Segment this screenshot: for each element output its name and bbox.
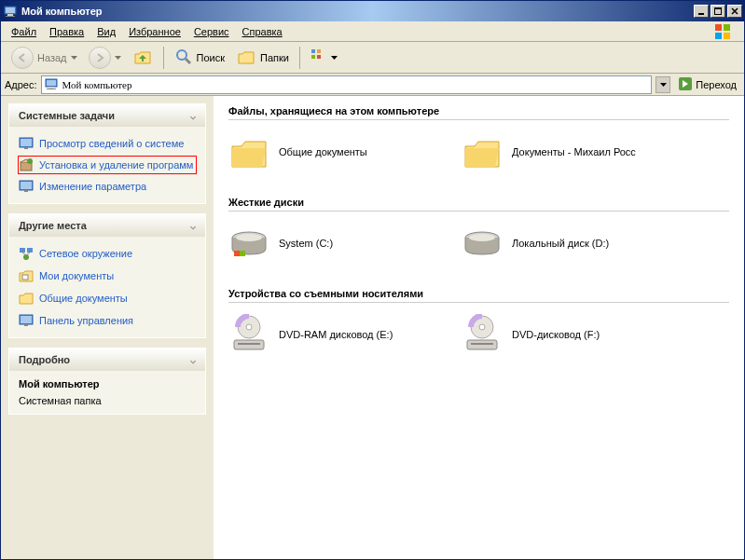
svg-rect-1 <box>6 7 15 13</box>
minimize-button[interactable] <box>694 5 709 18</box>
window-controls <box>694 5 742 18</box>
go-button[interactable]: Переход <box>674 75 740 95</box>
main-content: Файлы, хранящиеся на этом компьютере Общ… <box>214 96 744 559</box>
optical-drive-icon <box>228 314 269 355</box>
menu-view[interactable]: Вид <box>90 24 122 39</box>
back-button[interactable]: Назад <box>7 44 82 72</box>
address-dropdown-button[interactable] <box>655 76 670 93</box>
svg-point-11 <box>177 50 186 60</box>
svg-rect-23 <box>24 147 28 149</box>
svg-rect-19 <box>47 89 56 89</box>
package-icon <box>19 157 34 172</box>
svg-rect-10 <box>724 33 730 39</box>
group-header-disks: Жесткие диски <box>228 197 729 212</box>
hard-drive-icon <box>228 223 269 264</box>
svg-rect-8 <box>724 24 730 31</box>
task-add-remove-programs[interactable]: Установка и удаление программ <box>18 156 197 174</box>
group-header-removable: Устройства со съемными носителями <box>228 288 729 303</box>
item-dvd-f[interactable]: DVD-дисковод (F:) <box>462 314 667 355</box>
svg-point-41 <box>469 234 495 241</box>
svg-rect-3 <box>6 16 15 17</box>
address-input-container[interactable] <box>41 75 653 94</box>
group-header-files: Файлы, хранящиеся на этом компьютере <box>228 105 729 120</box>
monitor-info-icon <box>19 136 34 151</box>
addressbar: Адрес: Переход <box>1 74 744 96</box>
svg-rect-28 <box>24 190 28 192</box>
monitor-gear-icon <box>19 179 34 194</box>
svg-rect-12 <box>311 49 315 53</box>
menu-favorites[interactable]: Избранное <box>122 24 187 39</box>
link-shared-documents[interactable]: Общие документы <box>19 289 196 307</box>
toolbar-separator <box>163 47 164 69</box>
toolbar-separator <box>299 47 300 69</box>
panel-header-details[interactable]: Подробно ⌵ <box>9 348 205 371</box>
task-change-setting[interactable]: Изменение параметра <box>19 177 196 196</box>
folder-shared-icon <box>19 291 34 306</box>
chevron-down-icon <box>71 56 77 60</box>
collapse-icon: ⌵ <box>190 111 196 121</box>
search-icon <box>174 48 193 68</box>
go-icon <box>678 76 693 93</box>
svg-rect-34 <box>21 316 32 323</box>
menu-file[interactable]: Файл <box>5 24 43 39</box>
forward-button[interactable] <box>84 44 126 72</box>
search-button[interactable]: Поиск <box>170 45 229 71</box>
views-button[interactable] <box>306 46 342 70</box>
address-label: Адрес: <box>5 79 37 90</box>
titlebar: Мой компьютер <box>1 1 744 21</box>
link-network-places[interactable]: Сетевое окружение <box>19 244 196 263</box>
svg-rect-6 <box>714 7 722 9</box>
folder-icon <box>462 131 503 172</box>
close-button[interactable] <box>727 5 742 18</box>
address-input[interactable] <box>62 79 650 90</box>
svg-rect-45 <box>238 343 260 345</box>
hard-drive-icon <box>462 223 503 264</box>
svg-rect-4 <box>698 13 704 15</box>
item-drive-d[interactable]: Локальный диск (D:) <box>462 223 667 264</box>
network-icon <box>19 246 34 261</box>
svg-rect-32 <box>22 275 28 280</box>
svg-rect-27 <box>21 182 32 189</box>
menu-edit[interactable]: Правка <box>43 24 90 39</box>
panel-system-tasks: Системные задачи ⌵ Просмотр сведений о с… <box>8 103 206 204</box>
collapse-icon: ⌵ <box>190 221 196 231</box>
item-shared-documents[interactable]: Общие документы <box>228 131 434 172</box>
task-view-system-info[interactable]: Просмотр сведений о системе <box>19 134 196 153</box>
item-drive-c[interactable]: System (C:) <box>228 223 434 264</box>
svg-rect-35 <box>24 324 28 326</box>
svg-rect-30 <box>27 248 33 253</box>
item-user-documents[interactable]: Документы - Михаил Росс <box>462 131 667 172</box>
folders-icon <box>236 47 256 69</box>
maximize-button[interactable] <box>711 5 725 18</box>
folder-up-icon <box>132 47 153 69</box>
toolbar: Назад Поиск Папки <box>1 42 744 74</box>
chevron-down-icon <box>331 56 338 60</box>
windows-logo-icon <box>705 23 740 40</box>
svg-rect-17 <box>47 80 56 86</box>
menu-service[interactable]: Сервис <box>187 24 236 39</box>
menu-help[interactable]: Справка <box>236 24 289 39</box>
svg-rect-29 <box>20 248 25 253</box>
my-computer-icon <box>44 76 59 93</box>
menubar: Файл Правка Вид Избранное Сервис Справка <box>1 21 744 42</box>
svg-rect-9 <box>715 33 722 39</box>
link-my-documents[interactable]: Мои документы <box>19 266 196 285</box>
svg-rect-13 <box>317 49 321 53</box>
sidebar: Системные задачи ⌵ Просмотр сведений о с… <box>1 96 214 559</box>
link-control-panel[interactable]: Панель управления <box>19 311 196 330</box>
forward-icon <box>89 47 111 69</box>
svg-rect-39 <box>240 251 245 256</box>
my-computer-icon <box>3 4 18 19</box>
svg-rect-14 <box>311 55 315 59</box>
panel-details: Подробно ⌵ Мой компьютер Системная папка <box>8 348 206 415</box>
panel-header-other[interactable]: Другие места ⌵ <box>9 214 205 237</box>
folder-documents-icon <box>19 268 34 283</box>
panel-header-system[interactable]: Системные задачи ⌵ <box>9 104 205 127</box>
item-dvd-ram-e[interactable]: DVD-RAM дисковод (E:) <box>228 314 434 355</box>
folders-button[interactable]: Папки <box>231 44 294 72</box>
svg-rect-2 <box>7 14 13 16</box>
up-button[interactable] <box>128 44 158 72</box>
panel-other-places: Другие места ⌵ Сетевое окружение Мои док… <box>8 213 206 338</box>
svg-rect-18 <box>48 87 54 89</box>
svg-rect-38 <box>234 251 240 256</box>
